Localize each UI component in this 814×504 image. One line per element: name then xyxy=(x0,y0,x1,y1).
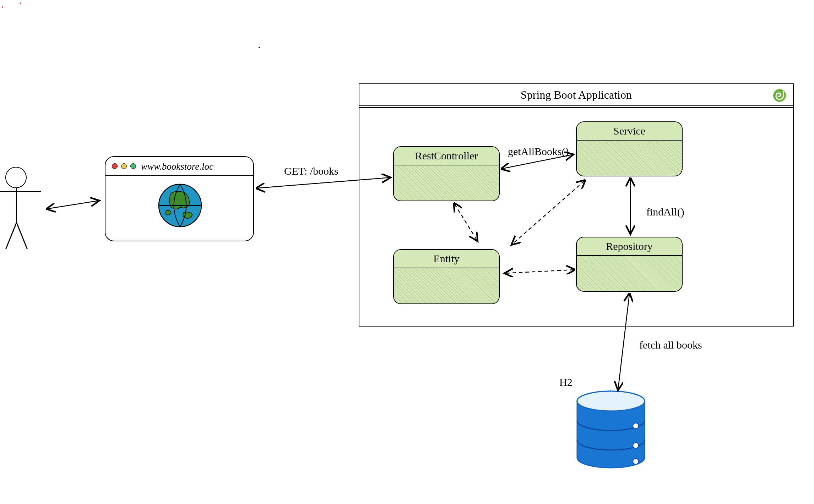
entity-component: Entity xyxy=(393,249,500,304)
svg-point-6 xyxy=(633,443,639,448)
fetch-all-label: fetch all books xyxy=(639,339,702,351)
http-request-label: GET: /books xyxy=(284,165,338,177)
component-label: Entity xyxy=(394,250,499,268)
maximize-icon xyxy=(130,163,136,169)
close-icon xyxy=(112,163,118,169)
minimize-icon xyxy=(121,163,127,169)
repository-component: Repository xyxy=(576,237,683,292)
user-icon xyxy=(5,167,27,188)
globe-icon xyxy=(157,182,203,229)
svg-point-7 xyxy=(633,459,639,464)
component-label: Service xyxy=(577,122,682,141)
database-label: H2 xyxy=(559,376,572,388)
container-title: Spring Boot Application xyxy=(521,88,632,102)
stray-dot xyxy=(20,2,21,4)
browser-url: www.bookstore.loc xyxy=(141,161,213,172)
spring-logo-icon xyxy=(772,88,787,103)
browser-window: www.bookstore.loc xyxy=(105,156,254,241)
get-all-books-label: getAllBooks() xyxy=(508,146,569,158)
stray-dot xyxy=(259,47,260,48)
rest-controller-component: RestController xyxy=(393,146,500,201)
stray-dot xyxy=(2,6,3,8)
svg-point-5 xyxy=(633,423,639,429)
find-all-label: findAll() xyxy=(646,206,684,218)
svg-line-8 xyxy=(48,201,99,209)
component-label: Repository xyxy=(577,237,682,256)
svg-point-4 xyxy=(577,391,645,411)
component-label: RestController xyxy=(394,147,499,165)
service-component: Service xyxy=(576,121,683,176)
spring-boot-application: Spring Boot Application RestController S… xyxy=(359,83,794,327)
database-icon xyxy=(575,390,646,469)
